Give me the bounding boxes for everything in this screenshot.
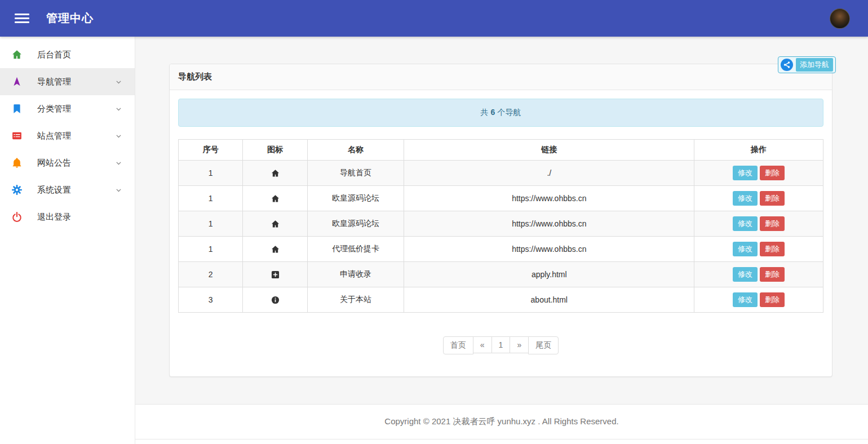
cell-ops: 修改删除 xyxy=(694,237,823,262)
chevron-down-icon xyxy=(115,159,122,167)
sidebar-item-category[interactable]: 分类管理 xyxy=(0,95,135,122)
cell-index: 2 xyxy=(179,262,243,287)
cell-name: 欧皇源码论坛 xyxy=(307,211,404,237)
count-alert: 共6个导航 xyxy=(178,99,823,127)
nav-list-card: 导航列表 共6个导航 序号 图标 名称 链接 操作 xyxy=(169,64,832,377)
sidebar-item-navigation[interactable]: 导航管理 xyxy=(0,68,135,95)
cell-link: ./ xyxy=(404,161,694,186)
delete-button[interactable]: 删除 xyxy=(760,166,785,180)
page-prev[interactable]: « xyxy=(473,336,492,353)
footer: Copyright © 2021 决裁者云呼 yunhu.xyz . All R… xyxy=(135,404,868,439)
edit-button[interactable]: 修改 xyxy=(733,267,758,282)
table-row: 1 代理低价提卡 https://www.ohbbs.cn 修改删除 xyxy=(179,237,823,262)
power-icon xyxy=(11,211,23,223)
sidebar-item-dashboard[interactable]: 后台首页 xyxy=(0,41,135,68)
sidebar-item-logout[interactable]: 退出登录 xyxy=(0,203,135,230)
sidebar-item-label: 系统设置 xyxy=(37,185,71,196)
col-header-ops: 操作 xyxy=(694,140,823,161)
edit-button[interactable]: 修改 xyxy=(733,216,758,231)
edit-button[interactable]: 修改 xyxy=(733,191,758,206)
cell-name: 关于本站 xyxy=(307,287,404,313)
navigation-icon xyxy=(11,76,23,87)
cell-icon xyxy=(243,287,307,313)
chevron-down-icon xyxy=(115,78,122,86)
cell-icon xyxy=(243,161,307,186)
sidebar-item-label: 站点管理 xyxy=(37,131,71,141)
col-header-link: 链接 xyxy=(404,140,694,161)
cell-link: apply.html xyxy=(404,262,694,287)
sidebar-item-announcement[interactable]: 网站公告 xyxy=(0,149,135,176)
home-icon xyxy=(11,49,23,60)
sidebar-item-label: 后台首页 xyxy=(37,50,71,60)
edit-button[interactable]: 修改 xyxy=(733,242,758,256)
gear-icon xyxy=(11,184,23,196)
page-first[interactable]: 首页 xyxy=(443,336,473,354)
table-row: 1 欧皇源码论坛 https://www.ohbbs.cn 修改删除 xyxy=(179,211,823,237)
cell-name: 导航首页 xyxy=(307,161,404,186)
add-nav-button-label: 添加导航 xyxy=(796,58,833,72)
delete-button[interactable]: 删除 xyxy=(760,191,785,206)
chevron-down-icon xyxy=(115,132,122,140)
menu-toggle-icon[interactable] xyxy=(15,11,29,25)
card-title: 导航列表 xyxy=(170,64,832,90)
col-header-name: 名称 xyxy=(307,140,404,161)
home-icon xyxy=(271,245,280,254)
pagination: 首页«1»尾页 xyxy=(178,336,823,354)
delete-button[interactable]: 删除 xyxy=(760,216,785,231)
add-nav-button[interactable]: 添加导航 xyxy=(778,56,836,73)
sidebar-item-settings[interactable]: 系统设置 xyxy=(0,176,135,203)
cell-name: 代理低价提卡 xyxy=(307,237,404,262)
edit-button[interactable]: 修改 xyxy=(733,292,758,307)
table-row: 3 关于本站 about.html 修改删除 xyxy=(179,287,823,313)
delete-button[interactable]: 删除 xyxy=(760,292,785,307)
page-filler xyxy=(135,439,868,444)
cell-ops: 修改删除 xyxy=(694,186,823,211)
cell-ops: 修改删除 xyxy=(694,161,823,186)
card-body: 共6个导航 序号 图标 名称 链接 操作 xyxy=(170,90,832,376)
cell-icon xyxy=(243,186,307,211)
count-alert-suffix: 个导航 xyxy=(497,108,521,117)
plus-square-icon xyxy=(271,270,280,279)
delete-button[interactable]: 删除 xyxy=(760,267,785,282)
page-next[interactable]: » xyxy=(510,336,529,353)
count-alert-count: 6 xyxy=(491,108,495,117)
cell-ops: 修改删除 xyxy=(694,262,823,287)
sidebar-item-label: 退出登录 xyxy=(37,212,71,223)
cell-icon xyxy=(243,262,307,287)
navbar: 管理中心 xyxy=(0,0,868,37)
col-header-icon: 图标 xyxy=(243,140,307,161)
edit-button[interactable]: 修改 xyxy=(733,166,758,180)
sidebar-item-label: 网站公告 xyxy=(37,158,71,168)
chevron-down-icon xyxy=(115,187,122,194)
sidebar: 后台首页 导航管理 分类管理 站点管理 xyxy=(0,37,135,444)
page-1[interactable]: 1 xyxy=(491,336,511,353)
cell-index: 1 xyxy=(179,161,243,186)
home-icon xyxy=(271,194,280,203)
bell-icon xyxy=(11,157,23,168)
main-area: 添加导航 导航列表 共6个导航 序号 图标 名称 链接 xyxy=(135,37,868,444)
cell-name: 申请收录 xyxy=(307,262,404,287)
home-icon xyxy=(271,168,280,177)
table-row: 1 导航首页 ./ 修改删除 xyxy=(179,161,823,186)
cell-ops: 修改删除 xyxy=(694,287,823,313)
delete-button[interactable]: 删除 xyxy=(760,242,785,256)
cell-link: https://www.ohbbs.cn xyxy=(404,237,694,262)
sidebar-item-label: 导航管理 xyxy=(37,77,71,87)
app-title: 管理中心 xyxy=(46,11,94,26)
table-header-row: 序号 图标 名称 链接 操作 xyxy=(179,140,823,161)
sidebar-item-sites[interactable]: 站点管理 xyxy=(0,122,135,149)
share-icon xyxy=(781,59,793,71)
cell-link: https://www.ohbbs.cn xyxy=(404,211,694,237)
bookmark-icon xyxy=(11,103,23,114)
page-last[interactable]: 尾页 xyxy=(528,336,559,354)
table-row: 2 申请收录 apply.html 修改删除 xyxy=(179,262,823,287)
content-area: 添加导航 导航列表 共6个导航 序号 图标 名称 链接 xyxy=(135,37,868,404)
chevron-down-icon xyxy=(115,105,122,113)
col-header-index: 序号 xyxy=(179,140,243,161)
nav-table: 序号 图标 名称 链接 操作 1 导航首页 xyxy=(178,139,823,313)
home-icon xyxy=(271,219,280,228)
site-list-icon xyxy=(11,130,23,141)
cell-icon xyxy=(243,237,307,262)
avatar[interactable] xyxy=(830,8,850,29)
cell-index: 1 xyxy=(179,186,243,211)
